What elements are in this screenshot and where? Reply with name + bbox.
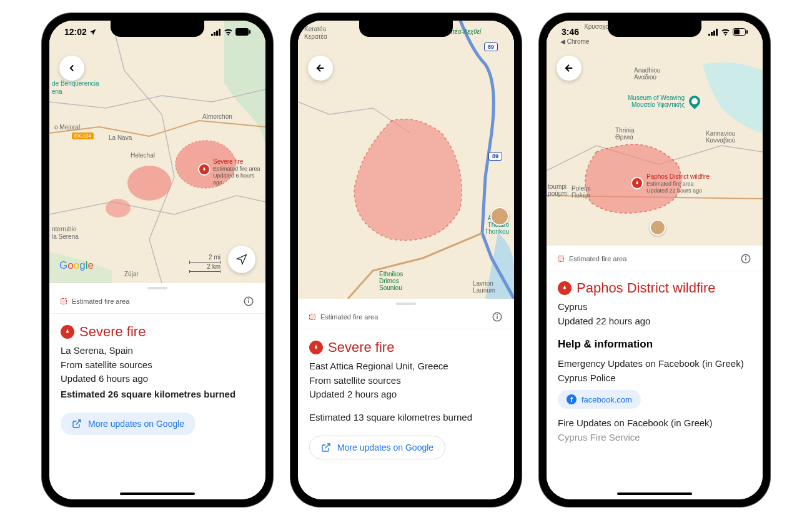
map-place-label: toumpiρούμπι: [548, 183, 568, 197]
arrow-left-icon: [563, 62, 575, 74]
svg-rect-3: [219, 29, 220, 36]
external-link-icon: [321, 442, 331, 452]
fire-title: Severe fire: [328, 339, 394, 356]
help-link-source: Cyprus Fire Service: [558, 431, 751, 445]
back-button[interactable]: [308, 56, 333, 81]
svg-rect-4: [235, 28, 249, 36]
phone-mockup-2: Keratéa Κερατέα Κερατέα-Λεχθεί 89 89 Arc…: [290, 13, 522, 507]
fire-location: Cyprus: [558, 300, 751, 314]
info-button[interactable]: [740, 253, 751, 264]
map-place-label: Museum of WeavingΜουσείο Υφαντικής: [628, 94, 685, 108]
arrow-left-icon: [66, 62, 77, 74]
fire-source: From satellite sources: [309, 374, 503, 388]
fire-estimate: Estimated 13 square kilometres burned: [309, 411, 503, 425]
road-shield: 89: [484, 42, 498, 51]
map[interactable]: Keratéa Κερατέα Κερατέα-Λεχθεί 89 89 Arc…: [298, 21, 514, 299]
map-place-label: La Nava: [109, 134, 132, 141]
map-place-label: Zújar: [124, 271, 139, 278]
fire-updated: Updated 6 hours ago: [61, 372, 254, 386]
svg-rect-0: [211, 34, 213, 36]
info-button[interactable]: [243, 296, 254, 307]
arrow-left-icon: [315, 62, 326, 74]
location-arrow-icon: [89, 28, 97, 36]
drag-handle[interactable]: [396, 302, 416, 305]
info-icon: [492, 311, 503, 322]
map-place-label: Helechal: [131, 152, 155, 159]
fire-updated: Updated 2 hours ago: [309, 388, 503, 402]
map-place-label: Almorchón: [202, 113, 232, 120]
more-updates-button[interactable]: More updates on Google: [309, 436, 445, 459]
fire-title: Paphos District wildfire: [577, 280, 716, 296]
map-place-label: ThriniaΘρινιά: [615, 127, 635, 141]
notch: [111, 21, 204, 37]
svg-rect-22: [734, 29, 740, 34]
map-scale: 2 mi 2 km: [189, 253, 220, 272]
status-from-app: ◀ Chrome: [560, 38, 589, 45]
fire-pin-icon[interactable]: [198, 163, 210, 176]
estimated-label: Estimated fire area: [72, 298, 129, 305]
map[interactable]: Χρυσοχούς AnadhiouΑναδιού Museum of Weav…: [547, 21, 763, 246]
facebook-icon: f: [567, 394, 577, 404]
map-place-label: nterrubio: [52, 226, 76, 232]
help-link-title: Emergency Updates on Facebook (in Greek): [558, 357, 751, 371]
map-place-label: LavrionLaurium: [473, 280, 495, 294]
help-section-title: Help & information: [558, 338, 751, 351]
recenter-button[interactable]: [228, 246, 255, 273]
external-link-icon: [72, 419, 82, 429]
fire-icon: [61, 325, 74, 339]
bottom-sheet[interactable]: Estimated fire area Paphos District wild…: [547, 246, 763, 499]
photo-pin[interactable]: [650, 219, 666, 236]
photo-pin[interactable]: [490, 207, 509, 226]
notch: [608, 21, 701, 37]
fire-estimate: Estimated 26 square kilometres burned: [61, 388, 254, 402]
map-place-label: de Benquerencia: [52, 80, 99, 87]
wifi-icon: [721, 29, 730, 36]
drag-handle[interactable]: [147, 287, 167, 289]
signal-icon: [211, 29, 221, 36]
map-place-label: ena: [52, 88, 62, 95]
notch: [359, 21, 453, 37]
facebook-link-chip[interactable]: f facebook.com: [558, 390, 641, 409]
fire-icon: [558, 281, 572, 295]
svg-rect-18: [711, 32, 713, 36]
svg-rect-23: [746, 30, 748, 34]
estimated-label: Estimated fire area: [569, 255, 626, 262]
estimated-fire-area-row: Estimated fire area: [547, 246, 763, 271]
svg-rect-20: [716, 29, 718, 36]
signal-icon: [708, 29, 718, 36]
fire-pin-icon[interactable]: [631, 177, 643, 189]
svg-rect-19: [713, 31, 715, 36]
status-time: 3:46: [562, 27, 579, 37]
map-fire-label: Severe fire Estimated fire area Updated …: [213, 158, 265, 186]
back-button[interactable]: [59, 56, 84, 81]
google-logo: Google: [59, 259, 94, 272]
more-updates-button[interactable]: More updates on Google: [61, 412, 196, 435]
battery-icon: [733, 28, 748, 36]
svg-rect-5: [249, 30, 250, 34]
back-button[interactable]: [557, 56, 582, 81]
svg-point-12: [249, 299, 249, 299]
bottom-sheet[interactable]: Estimated fire area Severe fire East Att…: [298, 299, 514, 499]
map-place-label: Κερατέα: [304, 33, 327, 40]
svg-rect-1: [214, 32, 215, 36]
home-indicator[interactable]: [617, 492, 692, 495]
map-place-label: Keratéa: [304, 26, 326, 32]
map-place-label: PolemiΠολέμι: [572, 185, 591, 199]
navigation-arrow-icon: [235, 253, 248, 266]
status-time: 12:02: [64, 27, 87, 37]
fire-area-legend-icon: [309, 314, 315, 320]
bottom-sheet[interactable]: Estimated fire area Severe fire La Seren…: [49, 283, 265, 499]
fire-area-legend-icon: [558, 256, 564, 262]
estimated-label: Estimated fire area: [320, 313, 378, 321]
map[interactable]: de Benquerencia ena o Mejoral La Nava He…: [49, 21, 265, 283]
fire-area-legend-icon: [61, 298, 67, 304]
fire-title: Severe fire: [79, 324, 146, 340]
svg-point-7: [127, 166, 171, 201]
phone-mockup-1: 12:02: [42, 13, 273, 507]
help-link-title: Fire Updates on Facebook (in Greek): [558, 416, 751, 431]
estimated-fire-area-row: Estimated fire area: [49, 292, 265, 314]
road-shield: 89: [488, 152, 502, 161]
home-indicator[interactable]: [120, 492, 195, 495]
info-button[interactable]: [492, 311, 503, 322]
svg-point-9: [106, 199, 131, 218]
